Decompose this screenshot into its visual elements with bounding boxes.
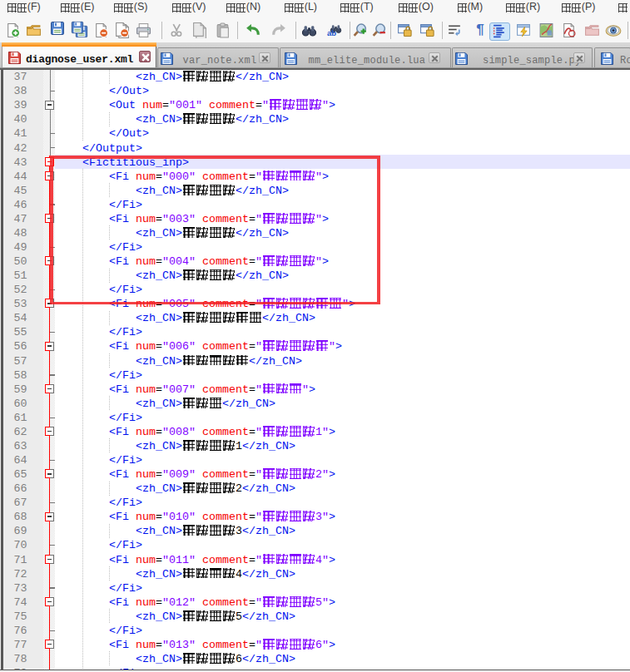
svg-text:ab: ab (327, 28, 336, 37)
